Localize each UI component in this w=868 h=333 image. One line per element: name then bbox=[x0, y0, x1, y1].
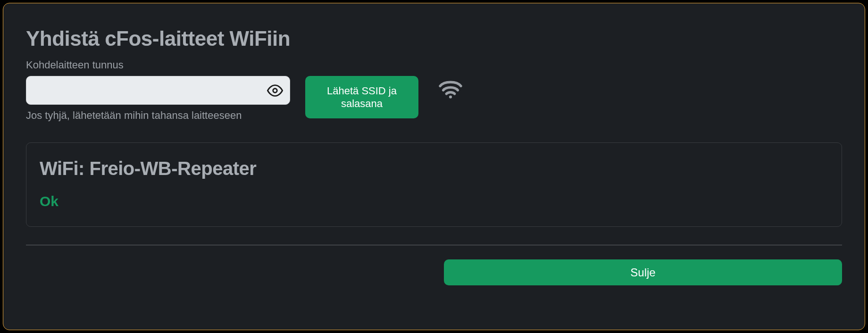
wifi-status-ok: Ok bbox=[40, 193, 828, 209]
toggle-visibility-button[interactable] bbox=[267, 82, 284, 99]
close-button-label: Sulje bbox=[630, 266, 655, 279]
device-id-input-wrap bbox=[26, 76, 290, 105]
wifi-status-card: WiFi: Freio-WB-Repeater Ok bbox=[26, 142, 842, 227]
send-ssid-button[interactable]: Lähetä SSID ja salasana bbox=[305, 76, 418, 118]
device-id-input[interactable] bbox=[26, 76, 290, 105]
device-id-helper: Jos tyhjä, lähetetään mihin tahansa lait… bbox=[26, 109, 290, 122]
send-ssid-button-label: Lähetä SSID ja salasana bbox=[314, 84, 410, 110]
wifi-status-title: WiFi: Freio-WB-Repeater bbox=[40, 158, 828, 179]
modal-footer: Sulje bbox=[26, 259, 842, 285]
modal-title: Yhdistä cFos-laitteet WiFiin bbox=[26, 27, 842, 50]
device-id-label: Kohdelaitteen tunnus bbox=[26, 59, 842, 71]
input-row: Jos tyhjä, lähetetään mihin tahansa lait… bbox=[26, 76, 842, 122]
wifi-icon bbox=[437, 79, 464, 101]
wifi-connect-modal: Yhdistä cFos-laitteet WiFiin Kohdelaitte… bbox=[3, 3, 865, 330]
eye-icon bbox=[267, 83, 283, 99]
divider bbox=[26, 245, 842, 245]
device-id-column: Jos tyhjä, lähetetään mihin tahansa lait… bbox=[26, 76, 290, 122]
svg-point-0 bbox=[273, 88, 277, 92]
close-button[interactable]: Sulje bbox=[444, 259, 842, 285]
svg-point-1 bbox=[449, 95, 452, 98]
